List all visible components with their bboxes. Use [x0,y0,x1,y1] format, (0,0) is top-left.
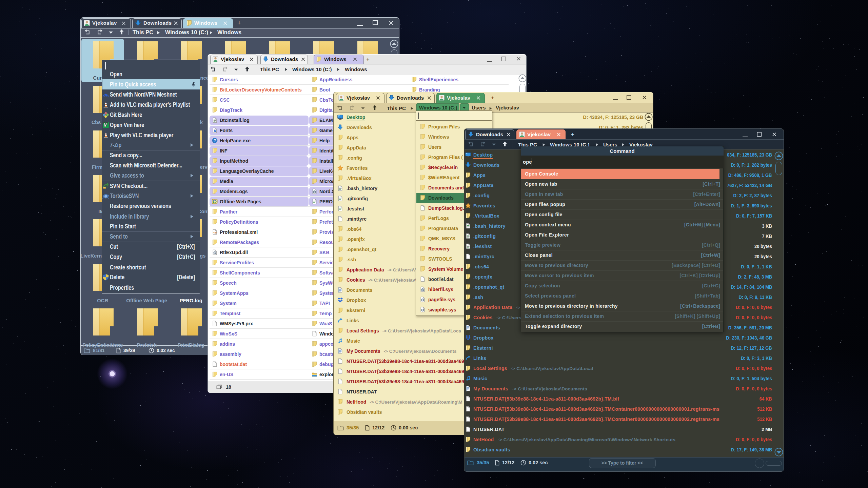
svg-text:A: A [214,129,216,133]
svg-text:<e>: <e> [213,231,217,234]
svg-text:?: ? [214,138,216,142]
